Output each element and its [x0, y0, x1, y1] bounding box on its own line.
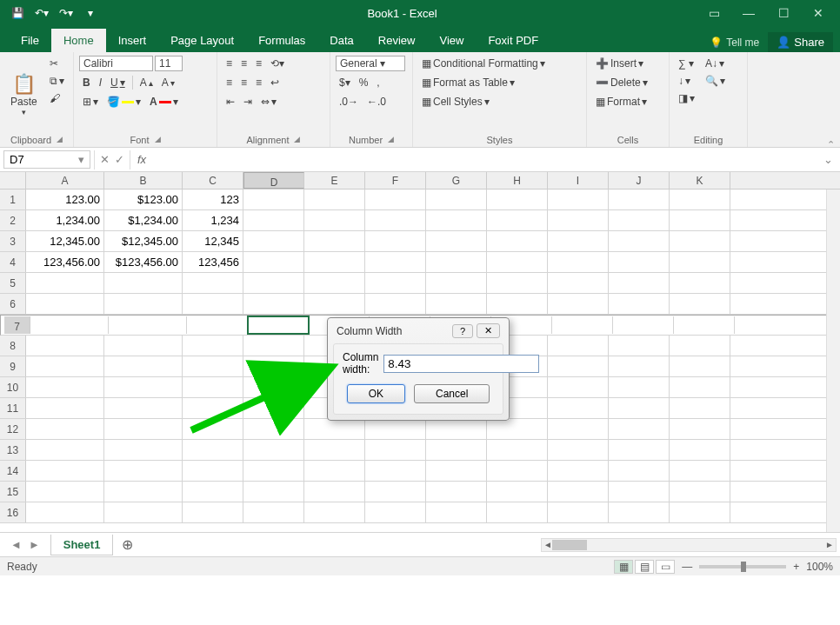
- cell[interactable]: 123.00: [26, 189, 104, 209]
- align-top-button[interactable]: ≡: [223, 56, 236, 71]
- column-header-b[interactable]: B: [104, 172, 183, 189]
- cell[interactable]: [670, 461, 730, 481]
- close-icon[interactable]: ✕: [810, 4, 827, 22]
- cell[interactable]: [183, 482, 243, 502]
- cell[interactable]: [426, 482, 487, 502]
- fill-color-button[interactable]: 🪣▾: [103, 94, 144, 110]
- sheet-tab-sheet1[interactable]: Sheet1: [50, 535, 114, 555]
- sheet-nav-next-icon[interactable]: ►: [29, 538, 40, 551]
- cell[interactable]: [670, 356, 730, 376]
- undo-icon[interactable]: ↶▾: [33, 4, 50, 22]
- paste-button[interactable]: 📋 Paste ▾: [5, 56, 43, 133]
- cell[interactable]: [243, 231, 304, 251]
- conditional-formatting-button[interactable]: ▦ Conditional Formatting ▾: [418, 56, 581, 71]
- cell[interactable]: [548, 273, 609, 293]
- decrease-font-button[interactable]: A▾: [158, 75, 178, 90]
- cell[interactable]: [609, 189, 670, 209]
- vertical-scrollbar[interactable]: [826, 189, 840, 532]
- row-header[interactable]: 2: [0, 210, 26, 230]
- cell[interactable]: [243, 294, 304, 314]
- cell[interactable]: [183, 273, 243, 293]
- cell[interactable]: [365, 210, 426, 230]
- autosum-button[interactable]: ∑ ▾: [675, 56, 698, 71]
- cell[interactable]: [487, 210, 548, 230]
- underline-button[interactable]: U▾: [107, 75, 129, 90]
- orientation-button[interactable]: ⟲▾: [267, 56, 288, 71]
- cell[interactable]: [487, 502, 548, 522]
- cell[interactable]: [248, 316, 309, 334]
- cell[interactable]: [609, 502, 670, 522]
- cell[interactable]: [243, 377, 304, 397]
- cell[interactable]: [104, 336, 183, 356]
- cell[interactable]: [426, 231, 487, 251]
- cell[interactable]: [304, 231, 365, 251]
- cell[interactable]: [609, 210, 670, 230]
- cell[interactable]: [304, 440, 365, 460]
- cell[interactable]: [426, 189, 487, 209]
- merge-center-button[interactable]: ⇔▾: [257, 94, 280, 110]
- cell[interactable]: [365, 189, 426, 209]
- save-icon[interactable]: 💾: [9, 4, 26, 22]
- row-header[interactable]: 3: [0, 231, 26, 251]
- cell[interactable]: [670, 273, 730, 293]
- cell[interactable]: [304, 210, 365, 230]
- cell-styles-button[interactable]: ▦ Cell Styles ▾: [418, 94, 581, 110]
- cell[interactable]: $12,345.00: [104, 231, 183, 251]
- cell[interactable]: [26, 377, 104, 397]
- cell[interactable]: [609, 461, 670, 481]
- cell[interactable]: [183, 419, 243, 439]
- cell[interactable]: [243, 210, 304, 230]
- wrap-text-button[interactable]: ↩: [267, 75, 283, 90]
- cell[interactable]: [426, 419, 487, 439]
- decrease-decimal-button[interactable]: ←.0: [363, 94, 390, 110]
- sort-filter-button[interactable]: A↓▾: [702, 56, 729, 71]
- dialog-close-button[interactable]: ✕: [477, 323, 500, 338]
- cell[interactable]: [670, 377, 730, 397]
- cell[interactable]: [26, 356, 104, 376]
- cell[interactable]: $123.00: [104, 189, 183, 209]
- redo-icon[interactable]: ↷▾: [57, 4, 75, 22]
- cell[interactable]: [548, 440, 609, 460]
- sheet-nav-prev-icon[interactable]: ◄: [10, 538, 22, 551]
- column-header-i[interactable]: I: [548, 172, 609, 189]
- row-header[interactable]: 12: [0, 419, 26, 439]
- zoom-out-button[interactable]: —: [682, 561, 692, 573]
- qat-customize-icon[interactable]: ▾: [82, 4, 99, 22]
- tab-review[interactable]: Review: [366, 29, 428, 52]
- cell[interactable]: [487, 461, 548, 481]
- zoom-in-button[interactable]: +: [793, 561, 799, 573]
- format-as-table-button[interactable]: ▦ Format as Table ▾: [418, 75, 581, 90]
- cell[interactable]: [365, 252, 426, 272]
- cell[interactable]: [426, 440, 487, 460]
- cell[interactable]: [670, 294, 730, 314]
- cell[interactable]: [243, 336, 304, 356]
- delete-cells-button[interactable]: ➖ Delete ▾: [592, 75, 663, 90]
- fill-button[interactable]: ↓ ▾: [675, 73, 698, 89]
- cell[interactable]: [109, 316, 187, 334]
- align-left-button[interactable]: ≡: [223, 75, 236, 90]
- comma-button[interactable]: ,: [373, 75, 383, 90]
- cell[interactable]: [104, 482, 183, 502]
- cell[interactable]: [609, 336, 670, 356]
- font-color-button[interactable]: A▾: [146, 94, 182, 110]
- cell[interactable]: [426, 273, 487, 293]
- decrease-indent-button[interactable]: ⇤: [223, 94, 238, 110]
- tab-data[interactable]: Data: [317, 29, 365, 52]
- cell[interactable]: [104, 440, 183, 460]
- cell[interactable]: [670, 482, 730, 502]
- row-header[interactable]: 11: [0, 398, 26, 418]
- column-header-h[interactable]: H: [487, 172, 548, 189]
- cell[interactable]: [487, 482, 548, 502]
- cell[interactable]: [183, 356, 243, 376]
- italic-button[interactable]: I: [96, 75, 105, 90]
- cell[interactable]: [104, 502, 183, 522]
- cell[interactable]: [104, 398, 183, 418]
- cell[interactable]: [548, 231, 609, 251]
- cell[interactable]: [552, 316, 613, 334]
- font-launcher-icon[interactable]: ◢: [155, 135, 161, 145]
- clipboard-launcher-icon[interactable]: ◢: [57, 135, 63, 145]
- normal-view-button[interactable]: ▦: [614, 560, 633, 574]
- cell[interactable]: [426, 210, 487, 230]
- cell[interactable]: [243, 273, 304, 293]
- cell[interactable]: [548, 210, 609, 230]
